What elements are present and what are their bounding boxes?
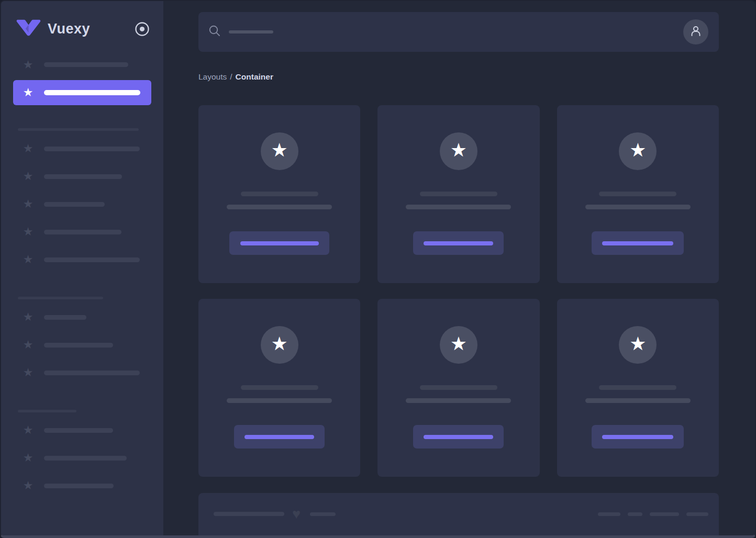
sidebar-label-placeholder-bar [44,343,113,348]
search-input[interactable] [198,12,719,52]
footer-placeholder-bar [628,512,642,516]
sidebar-item[interactable]: ★ [13,135,151,163]
footer-row: ♥ [214,507,708,521]
star-icon: ★ [629,334,646,353]
sidebar-label-placeholder-bar [44,202,105,207]
card-title-placeholder-bar [599,192,676,196]
card: ★ [557,299,719,477]
search-placeholder-bar [229,30,273,33]
card: ★ [198,299,360,477]
star-icon: ★ [450,141,467,160]
user-icon [690,25,702,39]
sidebar-item[interactable]: ★ [13,304,151,331]
card: ★ [557,105,719,283]
card-title-placeholder-bar [420,192,497,196]
card-title-placeholder-bar [420,385,497,390]
sidebar-item[interactable]: ★ [13,190,151,218]
card-subtitle-placeholder-bar [406,205,511,209]
sidebar-item[interactable]: ★ [13,218,151,246]
card-title-placeholder-bar [241,385,318,390]
star-icon: ★ [22,143,34,154]
button-label-placeholder-bar [424,241,493,245]
star-icon: ★ [22,226,34,238]
sidebar-label-placeholder-bar [44,62,128,67]
button-label-placeholder-bar [240,241,319,245]
card-button[interactable] [229,231,329,255]
footer-placeholder-bar [650,512,679,516]
card-subtitle-placeholder-bar [406,398,511,403]
sidebar-item[interactable]: ★ [13,51,151,79]
heart-icon[interactable]: ♥ [292,507,301,521]
star-icon: ★ [450,334,467,353]
button-label-placeholder-bar [602,241,673,245]
sidebar-item[interactable]: ★ [13,472,151,500]
main-content: Layouts/Container ★★★★★★ ♥ [163,1,755,535]
breadcrumb-separator: / [230,72,232,81]
app-logo-text: Vuexy [48,21,90,37]
star-icon: ★ [271,334,288,353]
sidebar-section-divider [18,297,103,299]
sidebar-header: Vuexy [13,1,151,51]
star-icon: ★ [22,339,34,351]
sidebar-label-placeholder-bar [44,428,113,433]
record-icon[interactable] [135,21,150,37]
sidebar: Vuexy ★★★★★★★★★★★★★ [1,1,163,535]
app-window: Vuexy ★★★★★★★★★★★★★ [0,0,756,538]
sidebar-item[interactable]: ★ [13,163,151,190]
card-avatar: ★ [440,132,477,170]
card-button[interactable] [413,425,504,449]
card-avatar: ★ [261,326,298,364]
footer-panel: ♥ [198,493,719,535]
star-icon: ★ [22,254,34,265]
sidebar-label-placeholder-bar [44,315,86,320]
sidebar-label-placeholder-bar [44,90,140,95]
sidebar-item[interactable]: ★ [13,444,151,472]
breadcrumb-current: Container [236,72,273,81]
footer-placeholder-bar [686,512,708,516]
sidebar-item[interactable]: ★ [13,417,151,444]
sidebar-nav: ★★★★★★★★★★★★★ [13,51,151,500]
footer-pagination-bars [598,512,708,516]
sidebar-label-placeholder-bar [44,456,127,461]
footer-placeholder-bar [214,512,284,516]
sidebar-item-active[interactable]: ★ [13,80,151,105]
star-icon: ★ [22,311,34,323]
card-title-placeholder-bar [241,192,318,196]
sidebar-item[interactable]: ★ [13,331,151,359]
card-avatar: ★ [619,326,657,364]
card-title-placeholder-bar [599,385,676,390]
card-avatar: ★ [619,132,657,170]
star-icon: ★ [22,452,34,464]
star-icon: ★ [22,198,34,210]
card: ★ [377,105,539,283]
star-icon: ★ [22,171,34,182]
card-button[interactable] [592,425,684,449]
sidebar-item[interactable]: ★ [13,246,151,274]
star-icon: ★ [22,367,34,378]
sidebar-label-placeholder-bar [44,257,140,262]
star-icon: ★ [22,424,34,436]
user-avatar[interactable] [683,19,708,44]
search-icon [209,25,220,39]
breadcrumb: Layouts/Container [198,72,719,82]
sidebar-section-divider [18,128,139,131]
footer-placeholder-bar [310,512,336,516]
card-button[interactable] [413,231,504,255]
breadcrumb-parent-link[interactable]: Layouts [198,72,227,81]
vuexy-logo-icon[interactable] [16,18,41,40]
card-avatar: ★ [261,132,298,170]
card: ★ [198,105,360,283]
card-button[interactable] [592,231,684,255]
card-avatar: ★ [440,326,477,364]
star-icon: ★ [629,141,646,160]
sidebar-label-placeholder-bar [44,371,140,375]
sidebar-item[interactable]: ★ [13,359,151,387]
card-button[interactable] [234,425,325,449]
star-icon: ★ [22,59,34,71]
star-icon: ★ [271,141,288,160]
card-subtitle-placeholder-bar [585,398,691,403]
card-subtitle-placeholder-bar [227,398,332,403]
sidebar-label-placeholder-bar [44,147,140,151]
button-label-placeholder-bar [602,435,673,439]
sidebar-label-placeholder-bar [44,230,121,234]
